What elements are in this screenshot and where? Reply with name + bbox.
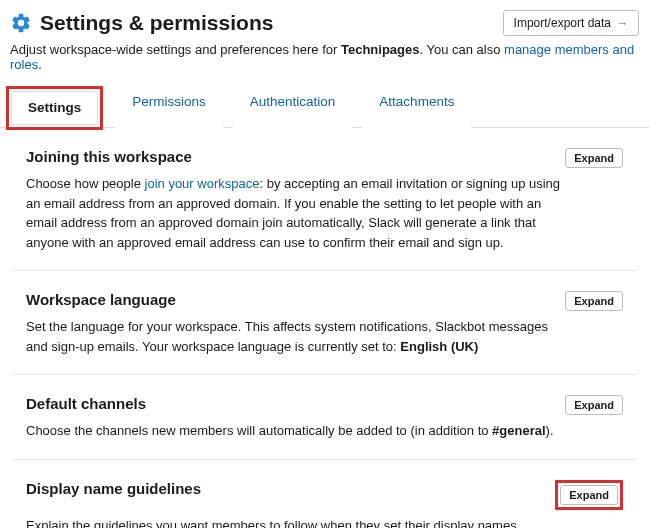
expand-button[interactable]: Expand	[560, 485, 618, 505]
section-desc: Explain the guidelines you want members …	[26, 516, 566, 529]
join-workspace-link[interactable]: join your workspace	[145, 176, 260, 191]
section-head: Workspace language Expand	[26, 291, 623, 311]
expand-button[interactable]: Expand	[565, 148, 623, 168]
subtitle-text: . You can also	[419, 42, 504, 57]
section-desc: Set the language for your workspace. Thi…	[26, 317, 566, 356]
subtitle: Adjust workspace-wide settings and prefe…	[0, 42, 649, 84]
title-group: Settings & permissions	[10, 11, 273, 35]
import-export-label: Import/export data	[514, 16, 611, 30]
subtitle-text: Adjust workspace-wide settings and prefe…	[10, 42, 341, 57]
gear-icon	[10, 12, 32, 34]
section-language: Workspace language Expand Set the langua…	[12, 271, 637, 375]
workspace-name: Technipages	[341, 42, 420, 57]
highlight-box: Settings	[6, 86, 103, 130]
section-title: Workspace language	[26, 291, 176, 308]
language-value: English (UK)	[400, 339, 478, 354]
section-desc: Choose how people join your workspace: b…	[26, 174, 566, 252]
desc-text: Choose how people	[26, 176, 145, 191]
tab-settings[interactable]: Settings	[11, 91, 98, 125]
section-desc: Choose the channels new members will aut…	[26, 421, 566, 441]
section-title: Joining this workspace	[26, 148, 192, 165]
section-joining: Joining this workspace Expand Choose how…	[12, 128, 637, 271]
tab-permissions[interactable]: Permissions	[115, 85, 223, 128]
tab-authentication[interactable]: Authentication	[233, 85, 353, 128]
section-default-channels: Default channels Expand Choose the chann…	[12, 375, 637, 460]
arrow-right-icon: →	[617, 17, 628, 29]
tabs: Settings Permissions Authentication Atta…	[0, 84, 649, 128]
expand-button[interactable]: Expand	[565, 291, 623, 311]
content: Joining this workspace Expand Choose how…	[0, 128, 649, 528]
import-export-button[interactable]: Import/export data →	[503, 10, 639, 36]
section-head: Joining this workspace Expand	[26, 148, 623, 168]
section-title: Display name guidelines	[26, 480, 201, 497]
expand-button[interactable]: Expand	[565, 395, 623, 415]
highlight-box: Expand	[555, 480, 623, 510]
subtitle-text: .	[38, 57, 42, 72]
desc-text: Choose the channels new members will aut…	[26, 423, 492, 438]
section-head: Display name guidelines Expand	[26, 480, 623, 510]
section-display-guidelines: Display name guidelines Expand Explain t…	[12, 460, 637, 529]
tab-attachments[interactable]: Attachments	[362, 85, 471, 128]
section-head: Default channels Expand	[26, 395, 623, 415]
desc-text: ).	[546, 423, 554, 438]
section-title: Default channels	[26, 395, 146, 412]
channel-general: #general	[492, 423, 545, 438]
header: Settings & permissions Import/export dat…	[0, 0, 649, 42]
page-title: Settings & permissions	[40, 11, 273, 35]
